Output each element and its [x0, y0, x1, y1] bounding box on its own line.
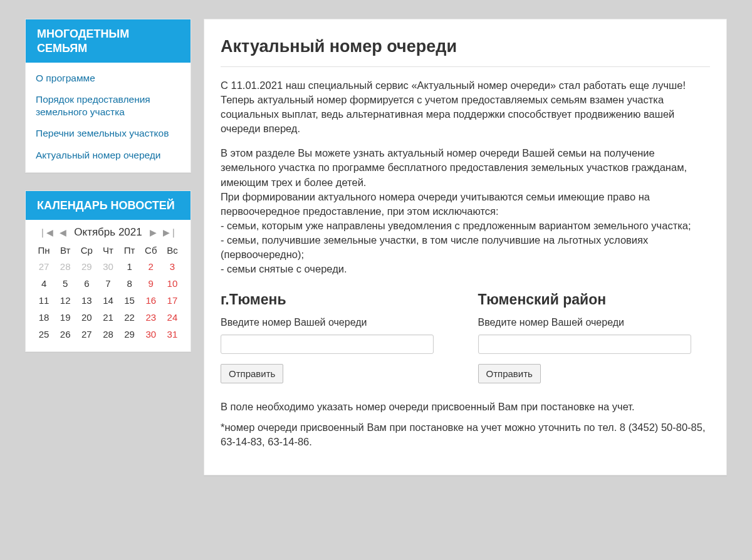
intro-paragraph-1: С 11.01.2021 наш специальный сервис «Акт…	[221, 78, 710, 136]
calendar-grid: ПнВтСрЧтПтСбВс 2728293012345678910111213…	[33, 242, 183, 343]
calendar-weekday: Пн	[33, 242, 55, 258]
calendar-day[interactable]: 24	[162, 309, 183, 326]
form-heading-tyumen: г.Тюмень	[221, 291, 453, 308]
calendar-panel: КАЛЕНДАРЬ НОВОСТЕЙ ❘◀ ◀ Октябрь 2021 ▶ ▶…	[25, 190, 191, 353]
calendar-day[interactable]: 30	[140, 326, 162, 343]
calendar-nav: ❘◀ ◀ Октябрь 2021 ▶ ▶❘	[33, 226, 183, 239]
calendar-day[interactable]: 14	[97, 292, 118, 309]
page-title: Актуальный номер очереди	[221, 37, 710, 56]
sidebar-item-lists[interactable]: Перечни земельных участков	[36, 127, 180, 140]
calendar-day[interactable]: 21	[97, 309, 118, 326]
calendar-month-label: Октябрь 2021	[74, 226, 142, 239]
calendar-weekday: Сб	[140, 242, 162, 258]
calendar-day[interactable]: 3	[162, 258, 183, 275]
calendar-day[interactable]: 12	[55, 292, 76, 309]
calendar-day[interactable]: 16	[140, 292, 162, 309]
sidebar-item-about[interactable]: О программе	[36, 72, 180, 85]
calendar-day[interactable]: 13	[76, 292, 97, 309]
calendar-day[interactable]: 17	[162, 292, 183, 309]
calendar-day[interactable]: 27	[76, 326, 97, 343]
sidebar-menu-list: О программе Порядок предоставления земел…	[26, 63, 191, 172]
calendar-prev-year-icon[interactable]: ❘◀	[38, 227, 55, 237]
queue-form-district: Тюменский район Введите номер Вашей очер…	[478, 291, 711, 383]
calendar-day[interactable]: 18	[33, 309, 55, 326]
calendar-day[interactable]: 23	[140, 309, 162, 326]
sidebar-menu-panel: МНОГОДЕТНЫМ СЕМЬЯМ О программе Порядок п…	[25, 19, 191, 173]
calendar-day[interactable]: 26	[55, 326, 76, 343]
submit-button-district[interactable]: Отправить	[478, 364, 541, 383]
calendar-day[interactable]: 27	[33, 258, 55, 275]
calendar-day[interactable]: 6	[76, 275, 97, 292]
form-label-tyumen: Введите номер Вашей очереди	[221, 317, 453, 328]
sidebar-menu-title: МНОГОДЕТНЫМ СЕМЬЯМ	[26, 19, 191, 63]
calendar-day[interactable]: 9	[140, 275, 162, 292]
sidebar-item-procedure[interactable]: Порядок предоставления земельного участк…	[36, 93, 180, 118]
calendar-day[interactable]: 7	[97, 275, 118, 292]
calendar-weekday: Вт	[55, 242, 76, 258]
calendar-day[interactable]: 15	[119, 292, 140, 309]
form-label-district: Введите номер Вашей очереди	[478, 317, 711, 328]
queue-input-tyumen[interactable]	[221, 334, 434, 354]
calendar-day[interactable]: 22	[119, 309, 140, 326]
calendar-day[interactable]: 28	[55, 258, 76, 275]
calendar-day[interactable]: 10	[162, 275, 183, 292]
divider	[221, 66, 710, 67]
calendar-next-year-icon[interactable]: ▶❘	[162, 227, 179, 237]
calendar-day[interactable]: 5	[55, 275, 76, 292]
calendar-day[interactable]: 28	[97, 326, 118, 343]
queue-form-tyumen: г.Тюмень Введите номер Вашей очереди Отп…	[221, 291, 453, 383]
footnote-instruction: В поле необходимо указать номер очереди …	[221, 400, 710, 414]
queue-input-district[interactable]	[478, 334, 691, 354]
calendar-day[interactable]: 20	[76, 309, 97, 326]
intro-paragraph-2: В этом разделе Вы можете узнать актуальн…	[221, 146, 710, 276]
calendar-day[interactable]: 19	[55, 309, 76, 326]
calendar-day[interactable]: 29	[119, 326, 140, 343]
calendar-day[interactable]: 1	[119, 258, 140, 275]
calendar-day[interactable]: 8	[119, 275, 140, 292]
calendar-weekday: Пт	[119, 242, 140, 258]
calendar-day[interactable]: 2	[140, 258, 162, 275]
submit-button-tyumen[interactable]: Отправить	[221, 364, 283, 383]
calendar-weekday: Ср	[76, 242, 97, 258]
calendar-prev-month-icon[interactable]: ◀	[58, 227, 68, 237]
calendar-day[interactable]: 11	[33, 292, 55, 309]
calendar-day[interactable]: 30	[97, 258, 118, 275]
calendar-day[interactable]: 29	[76, 258, 97, 275]
calendar-day[interactable]: 4	[33, 275, 55, 292]
sidebar-item-queue[interactable]: Актуальный номер очереди	[36, 149, 180, 162]
calendar-title: КАЛЕНДАРЬ НОВОСТЕЙ	[26, 191, 191, 220]
calendar-day[interactable]: 31	[162, 326, 183, 343]
calendar-weekday: Чт	[97, 242, 118, 258]
calendar-next-month-icon[interactable]: ▶	[149, 227, 158, 237]
calendar-day[interactable]: 25	[33, 326, 55, 343]
footnote-contact: *номер очереди присвоенный Вам при поста…	[221, 420, 710, 449]
form-heading-district: Тюменский район	[478, 291, 711, 308]
main-content: Актуальный номер очереди С 11.01.2021 на…	[204, 19, 727, 475]
calendar-weekday: Вс	[162, 242, 183, 258]
